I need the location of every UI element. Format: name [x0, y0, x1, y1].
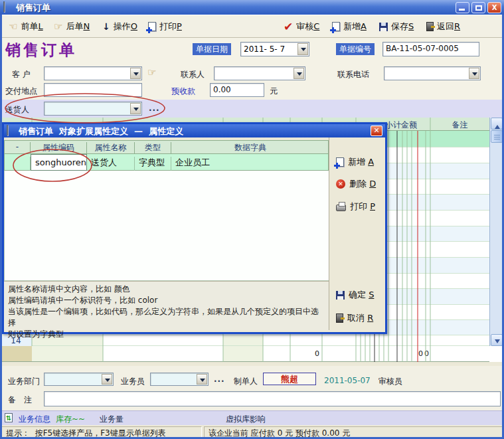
hand-left-icon: ☜: [9, 22, 17, 32]
deliverer-label: 送货人: [5, 104, 29, 116]
floppy-icon: [379, 23, 388, 31]
down-arrow-icon: ↓: [102, 22, 110, 31]
total-b: 0: [424, 349, 429, 358]
salesman-combobox[interactable]: [150, 373, 209, 386]
operate-button[interactable]: ↓ 操作O: [100, 19, 139, 35]
doc-date-label: 单据日期: [193, 43, 231, 55]
help-line: 则设置为字典型: [8, 329, 325, 340]
business-info-bar: ⇅ 业务信息 库存~~ 业务量 虚拟库影响: [0, 410, 504, 425]
salesman-more-button[interactable]: ...: [214, 375, 225, 384]
app-icon: [3, 1, 5, 12]
maker-date: 2011-05-07: [324, 376, 371, 385]
dropdown-arrow-icon[interactable]: [102, 374, 112, 385]
next-doc-button[interactable]: ☞ 后单N: [52, 19, 92, 35]
dialog-close-button[interactable]: ✕: [371, 126, 382, 136]
window-title: 销售订单: [16, 2, 50, 14]
new-button[interactable]: 新增A: [330, 19, 369, 35]
yuan-label: 元: [270, 86, 278, 97]
printer-icon: [336, 205, 346, 211]
print-button[interactable]: 打印P: [146, 19, 184, 35]
maker-label: 制单人: [234, 376, 258, 387]
scrollbar-thumb[interactable]: [491, 130, 503, 143]
dialog-ok-button[interactable]: 确定 S: [336, 289, 374, 301]
save-button[interactable]: 保存S: [377, 19, 416, 35]
total-quantity: 0: [290, 349, 319, 358]
dialog-table-empty-area: [4, 171, 329, 281]
prepay-label: 预收款: [171, 86, 195, 97]
col-note: 备注: [430, 120, 489, 131]
attribute-definition-dialog: 销售订单 对象扩展属性定义 — 属性定义 ✕ - 属性编码 属性名称 类型 数据…: [2, 122, 387, 334]
volume-label: 业务量: [100, 414, 124, 425]
dropdown-arrow-icon[interactable]: [130, 103, 141, 114]
vertical-scrollbar[interactable]: [489, 118, 503, 346]
delivery-address-label: 交付地点: [5, 86, 37, 97]
customer-label: 客 户: [12, 69, 31, 80]
hand-right-icon: ☞: [54, 22, 62, 32]
salesman-label: 业务员: [121, 376, 145, 387]
deliverer-combobox[interactable]: [44, 102, 142, 116]
contact-label: 联系人: [181, 69, 205, 80]
dropdown-arrow-icon[interactable]: [297, 43, 308, 55]
help-line: 属性名称请填中文内容，比如 颜色: [8, 284, 325, 295]
virtual-stock-label: 虚拟库影响: [226, 414, 266, 425]
dialog-print-button[interactable]: 打印 P: [336, 201, 375, 213]
dropdown-arrow-icon[interactable]: [197, 374, 207, 385]
prepay-input[interactable]: 0.00: [210, 83, 264, 97]
dept-label: 业务部门: [8, 376, 40, 387]
note-input[interactable]: [44, 391, 501, 406]
dialog-button-panel: 新增 A ✕ 删除 D 打印 P 确定 S 取消 R: [329, 137, 385, 330]
page-title: 销售订单: [5, 40, 77, 60]
note-label: 备 注: [8, 395, 32, 406]
exit-icon: [426, 22, 434, 31]
dialog-cancel-button[interactable]: 取消 R: [336, 312, 373, 324]
maximize-button[interactable]: [471, 2, 485, 13]
attr-code-cell[interactable]: songhuoren: [31, 154, 87, 171]
delivery-address-input[interactable]: [44, 83, 142, 97]
audit-button[interactable]: ✔ 审核C: [282, 19, 321, 35]
refresh-icon[interactable]: ⇅: [5, 413, 13, 422]
deliverer-more-button[interactable]: ...: [149, 104, 160, 113]
dialog-table-header: - 属性编码 属性名称 类型 数据字典: [4, 140, 329, 154]
form-header: 销售订单 单据日期 2011- 5- 7 单据编号 BA-11-05-07-00…: [0, 38, 504, 100]
phone-combobox[interactable]: [384, 66, 481, 80]
prev-doc-button[interactable]: ☜ 前单L: [7, 19, 45, 35]
dropdown-arrow-icon[interactable]: [294, 68, 304, 79]
dept-combobox[interactable]: [44, 373, 114, 386]
dialog-title-bar: 销售订单 对象扩展属性定义 — 属性定义: [4, 124, 385, 137]
print-page-icon: [148, 22, 156, 31]
phone-label: 联系电话: [337, 69, 369, 80]
doc-date-combobox[interactable]: 2011- 5- 7: [240, 42, 309, 56]
customer-lookup-icon[interactable]: ☞: [147, 68, 156, 78]
stock-status: 库存~~: [56, 414, 85, 425]
return-button[interactable]: 返回R: [424, 19, 462, 35]
dialog-table-row[interactable]: songhuoren 送货人 字典型 企业员工: [4, 154, 329, 171]
dialog-help-text: 属性名称请填中文内容，比如 颜色 属性编码请填中一个标识符号，比如 color …: [4, 281, 329, 330]
grid-totals-row: 0 0 0: [0, 346, 489, 362]
maker-value-box: 熊超: [263, 373, 316, 385]
doc-no-input[interactable]: BA-11-05-07-0005: [382, 42, 479, 56]
contact-combobox[interactable]: [214, 66, 305, 80]
dialog-title: 销售订单 对象扩展属性定义 — 属性定义: [19, 126, 183, 137]
exit-icon: [336, 313, 343, 323]
window-frame-left: [0, 15, 2, 439]
scroll-down-button[interactable]: [491, 334, 503, 346]
dropdown-arrow-icon[interactable]: [469, 68, 479, 79]
title-bar: 销售订单 X: [0, 0, 504, 15]
help-line: 属性编码请填中一个标识符号，比如 color: [8, 295, 325, 306]
dialog-add-button[interactable]: 新增 A: [336, 156, 374, 168]
scroll-up-button[interactable]: [491, 118, 503, 130]
customer-combobox[interactable]: [44, 66, 142, 80]
add-page-icon: [336, 157, 344, 167]
toolbar: ☜ 前单L ☞ 后单N ↓ 操作O 打印P ✔ 审核C 新增A 保存S 返回R: [0, 15, 504, 38]
new-page-icon: [332, 22, 340, 31]
doc-no-label: 单据编号: [336, 43, 375, 55]
help-line: 当该属性是一个编辑项，比如代码，那么定义为字符串，如果是从几个预定义的项目中选择: [8, 306, 325, 329]
check-icon: ✔: [284, 21, 293, 33]
dialog-delete-button[interactable]: ✕ 删除 D: [336, 178, 376, 190]
close-button[interactable]: X: [487, 2, 501, 13]
footer-form: 业务部门 业务员 ... 制单人 熊超 2011-05-07 审核员 备 注: [0, 366, 504, 410]
dropdown-arrow-icon[interactable]: [130, 68, 141, 79]
delete-icon: ✕: [336, 179, 345, 189]
deliverer-row: 送货人 ...: [0, 100, 504, 118]
minimize-button[interactable]: [456, 2, 469, 13]
